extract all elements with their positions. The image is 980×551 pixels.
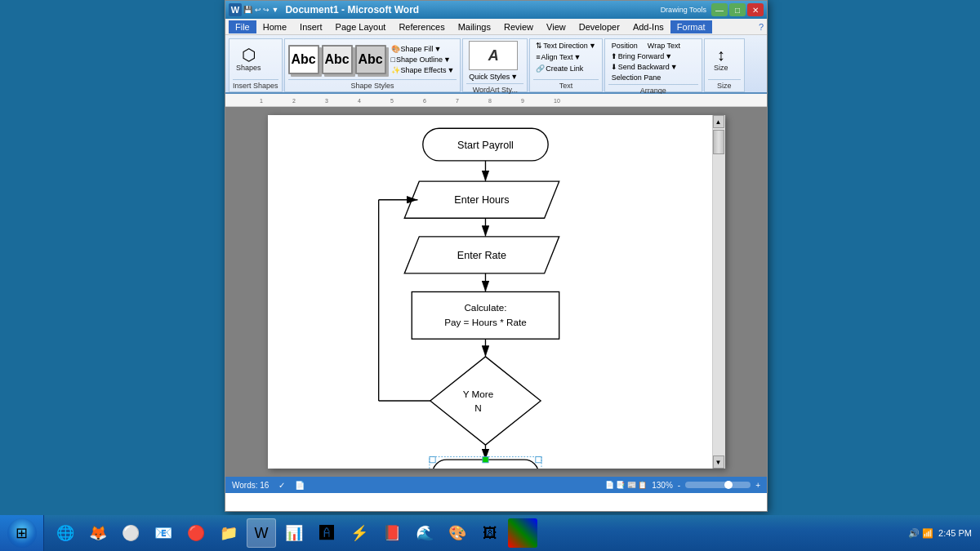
ribbon-group-arrange: Position Wrap Text ⬆ Bring Forward ▼ ⬇ S… [604, 38, 702, 92]
taskbar-explorer[interactable]: 📁 [214, 518, 243, 548]
svg-text:Calculate:: Calculate: [464, 302, 506, 313]
taskbar-firefox[interactable]: 🦊 [83, 518, 113, 548]
scroll-up-btn[interactable]: ▲ [713, 115, 724, 128]
scrollbar-track[interactable]: ▲ ▼ [712, 115, 725, 469]
zoom-level: 130% [652, 481, 673, 490]
word-window: W 💾 ↩ ↪ ▼ Document1 - Microsoft Word Dra… [225, 0, 768, 512]
status-right: 📄 📑 📰 📋 130% - + [605, 481, 760, 490]
scroll-thumb[interactable] [713, 130, 724, 154]
menu-view[interactable]: View [540, 20, 572, 33]
flowchart-svg: Start Payroll Enter Hours Enter Rate Cal… [268, 115, 725, 469]
send-backward-btn[interactable]: ⬇ Send Backward ▼ [608, 62, 680, 72]
selection-pane-btn[interactable]: Selection Pane [608, 73, 665, 82]
position-btn[interactable]: Position [608, 41, 641, 51]
wordart-preview: A [488, 47, 499, 64]
taskbar-acrobat[interactable]: 📕 [377, 518, 407, 548]
scroll-down-btn[interactable]: ▼ [713, 455, 724, 469]
zoom-plus[interactable]: + [755, 481, 760, 490]
menu-home[interactable]: Home [256, 20, 293, 33]
close-button[interactable]: ✕ [747, 3, 764, 16]
svg-marker-24 [430, 357, 540, 445]
taskbar-chrome[interactable]: ⚪ [116, 518, 145, 548]
ribbon-content: ⬡ Shapes Insert Shapes Abc Abc Abc 🎨 Sha… [225, 35, 767, 92]
text-direction-btn[interactable]: ⇅ Text Direction ▼ [533, 41, 598, 51]
taskbar-ie[interactable]: 🌐 [51, 518, 80, 548]
wrap-text-btn[interactable]: Wrap Text [644, 41, 684, 51]
text-label: Text [533, 79, 598, 90]
zoom-slider[interactable] [685, 482, 751, 488]
arrange-content: Position Wrap Text ⬆ Bring Forward ▼ ⬇ S… [608, 41, 698, 82]
shape-style-3[interactable]: Abc [355, 45, 386, 74]
proofing-icon: ✓ [278, 481, 285, 490]
shapes-button[interactable]: ⬡ Shapes [233, 45, 265, 73]
title-bar: W 💾 ↩ ↪ ▼ Document1 - Microsoft Word Dra… [225, 1, 767, 19]
document-area: Start Payroll Enter Hours Enter Rate Cal… [225, 107, 767, 477]
shape-fill-btn[interactable]: 🎨 Shape Fill ▼ [389, 44, 457, 54]
taskbar-opera[interactable]: 🔴 [181, 518, 211, 548]
shape-outline-btn[interactable]: □ Shape Outline ▼ [389, 55, 457, 64]
shape-effects-btn[interactable]: ✨ Shape Effects ▼ [389, 65, 457, 75]
taskbar-app2[interactable]: 🖼 [475, 518, 505, 548]
shape-effects-icon: ✨ [391, 66, 400, 74]
taskbar-clock: 2:45 PM [938, 528, 972, 538]
size-button[interactable]: ↕ Size [708, 45, 734, 73]
menu-add-ins[interactable]: Add-Ins [626, 20, 670, 33]
shapes-icon: ⬡ [242, 47, 256, 63]
taskbar-color[interactable] [508, 518, 537, 548]
taskbar-app1[interactable]: ⚡ [345, 518, 374, 548]
svg-text:10: 10 [554, 98, 560, 104]
taskbar-photoshop[interactable]: 🎨 [443, 518, 472, 548]
size-icon: ↕ [717, 47, 725, 63]
bring-forward-btn[interactable]: ⬆ Bring Forward ▼ [608, 51, 675, 61]
svg-text:8: 8 [488, 98, 492, 104]
ribbon-group-text: ⇅ Text Direction ▼ ≡ Align Text ▼ 🔗 Crea… [529, 38, 602, 92]
taskbar-dreamweaver[interactable]: 🌊 [410, 518, 439, 548]
svg-text:Pay = Hours * Rate: Pay = Hours * Rate [444, 317, 527, 327]
create-link-btn[interactable]: 🔗 Create Link [533, 64, 586, 73]
taskbar: ⊞ 🌐 🦊 ⚪ 📧 🔴 📁 W 📊 🅰 ⚡ 📕 🌊 🎨 🖼 🔊 📶 2:45 P… [0, 515, 980, 551]
zoom-minus[interactable]: - [678, 481, 680, 490]
view-icons: 📄 📑 📰 📋 [605, 481, 648, 489]
shape-style-1[interactable]: Abc [288, 45, 319, 74]
menu-insert[interactable]: Insert [293, 20, 329, 33]
svg-rect-33 [429, 457, 434, 463]
align-text-btn[interactable]: ≡ Align Text ▼ [533, 52, 583, 62]
taskbar-access[interactable]: 🅰 [312, 518, 341, 548]
svg-text:Enter Hours: Enter Hours [454, 194, 509, 206]
svg-text:3: 3 [325, 98, 328, 104]
help-icon[interactable]: ? [759, 22, 764, 32]
system-tray: 🔊 📶 [908, 528, 933, 539]
svg-text:Enter Rate: Enter Rate [457, 250, 506, 261]
quick-access-buttons: 💾 ↩ ↪ ▼ [243, 6, 278, 14]
shape-styles-label: Shape Styles [288, 79, 457, 90]
ribbon-group-insert-shapes: ⬡ Shapes Insert Shapes [229, 38, 283, 92]
menu-developer[interactable]: Developer [572, 20, 626, 33]
drawing-tools-label: Drawing Tools [661, 3, 706, 16]
menu-review[interactable]: Review [497, 20, 540, 33]
zoom-thumb [724, 481, 733, 489]
maximize-button[interactable]: □ [729, 3, 746, 16]
svg-text:9: 9 [521, 98, 524, 104]
size-content: ↕ Size [708, 41, 741, 78]
shape-style-2[interactable]: Abc [322, 45, 353, 74]
taskbar-excel[interactable]: 📊 [279, 518, 309, 548]
taskbar-word[interactable]: W [247, 518, 276, 548]
svg-text:Start Payroll: Start Payroll [457, 140, 514, 151]
ruler: 1 2 3 4 5 6 7 8 9 10 [225, 94, 767, 107]
taskbar-outlook[interactable]: 📧 [149, 518, 178, 548]
menu-file[interactable]: File [229, 20, 256, 33]
insert-shapes-label: Insert Shapes [233, 79, 278, 90]
menu-format[interactable]: Format [670, 20, 712, 33]
start-button[interactable]: ⊞ [0, 515, 44, 551]
shape-fill-icon: 🎨 [391, 45, 400, 53]
svg-text:6: 6 [423, 98, 426, 104]
menu-mailings[interactable]: Mailings [452, 20, 497, 33]
menu-references[interactable]: References [392, 20, 451, 33]
svg-text:N: N [474, 402, 481, 413]
shape-styles-content: Abc Abc Abc 🎨 Shape Fill ▼ □ Shape Outli… [288, 41, 457, 78]
minimize-button[interactable]: — [711, 3, 728, 16]
quick-styles-btn[interactable]: Quick Styles ▼ [466, 72, 520, 82]
menu-page-layout[interactable]: Page Layout [329, 20, 393, 33]
wordart-content: A Quick Styles ▼ [466, 41, 523, 82]
word-count: Words: 16 [232, 481, 269, 490]
